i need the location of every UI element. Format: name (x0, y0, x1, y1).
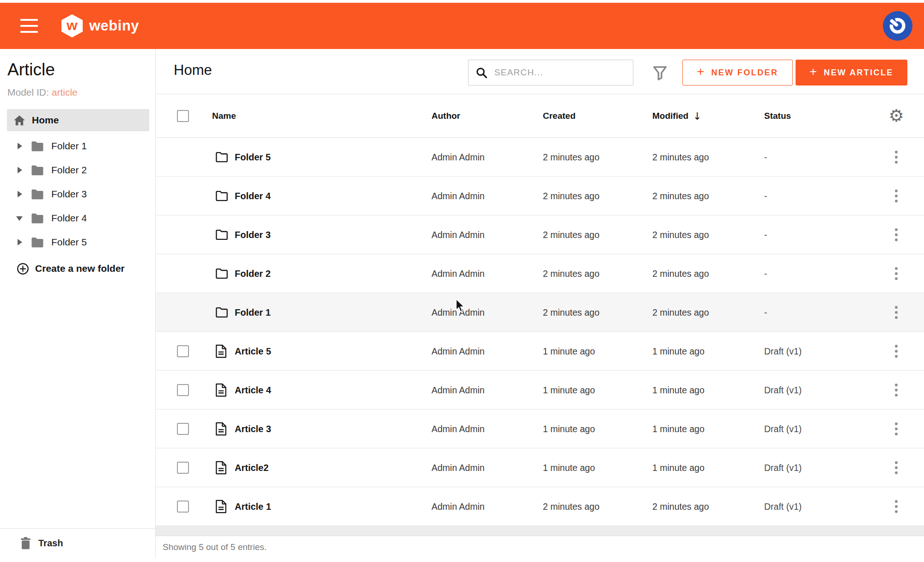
table-row-article-5[interactable]: Article 5 Admin Admin 1 minute ago 1 min… (156, 332, 924, 371)
row-name: Folder 3 (235, 229, 271, 240)
user-avatar[interactable] (883, 11, 912, 41)
row-created: 2 minutes ago (543, 152, 600, 162)
top-app-bar: w webiny (0, 3, 924, 49)
row-author: Admin Admin (432, 462, 485, 473)
row-menu-kebab-icon[interactable] (889, 264, 903, 283)
row-modified: 2 minutes ago (652, 152, 709, 162)
new-article-button[interactable]: + NEW ARTICLE (796, 60, 907, 86)
folder-icon (215, 268, 228, 279)
model-id-label: Model ID: (7, 87, 49, 98)
table-row-article-4[interactable]: Article 4 Admin Admin 1 minute ago 1 min… (156, 371, 924, 409)
sidebar-item-home[interactable]: Home (7, 109, 149, 131)
search-input[interactable] (494, 67, 629, 78)
row-created: 2 minutes ago (543, 501, 600, 512)
search-box (468, 60, 633, 86)
logo-letter: w (67, 18, 77, 32)
row-status: - (764, 268, 767, 279)
row-menu-kebab-icon[interactable] (889, 226, 903, 244)
filter-icon[interactable] (650, 63, 669, 83)
sidebar-item-folder-2[interactable]: Folder 2 (0, 158, 155, 182)
create-new-folder-label: Create a new folder (35, 263, 125, 274)
sidebar-item-label: Folder 2 (51, 165, 87, 176)
folder-icon (215, 190, 228, 202)
row-menu-kebab-icon[interactable] (889, 420, 903, 438)
row-checkbox[interactable] (177, 384, 189, 396)
table-row-article-2[interactable]: Article2 Admin Admin 1 minute ago 1 minu… (156, 448, 924, 487)
chevron-right-icon[interactable] (17, 191, 23, 197)
column-header-name[interactable]: Name (212, 111, 236, 121)
trash-button[interactable]: Trash (0, 528, 155, 557)
sidebar-item-folder-4[interactable]: Folder 4 (0, 206, 155, 230)
row-author: Admin Admin (432, 346, 485, 356)
table-row-article-3[interactable]: Article 3 Admin Admin 1 minute ago 1 min… (156, 409, 924, 448)
row-modified: 2 minutes ago (652, 307, 709, 318)
table-row-folder-1[interactable]: Folder 1 Admin Admin 2 minutes ago 2 min… (156, 293, 924, 332)
chevron-right-icon[interactable] (17, 143, 23, 149)
row-menu-kebab-icon[interactable] (889, 381, 903, 399)
column-header-modified[interactable]: Modified ↓ (652, 110, 702, 122)
row-author: Admin Admin (432, 229, 485, 240)
table-row-article-1[interactable]: Article 1 Admin Admin 2 minutes ago 2 mi… (156, 487, 924, 526)
model-title: Article (7, 60, 55, 79)
row-modified: 1 minute ago (652, 346, 705, 356)
sort-descending-icon[interactable]: ↓ (693, 110, 701, 122)
row-name: Article 1 (235, 501, 271, 512)
row-checkbox[interactable] (177, 501, 189, 513)
row-status: Draft (v1) (764, 423, 802, 434)
content-toolbar: Home + NEW FOLDER + NEW ARTICLE (156, 49, 924, 94)
table-row-folder-3[interactable]: Folder 3 Admin Admin 2 minutes ago 2 min… (156, 215, 924, 254)
row-created: 1 minute ago (543, 346, 595, 356)
row-checkbox[interactable] (177, 345, 189, 357)
table-row-folder-2[interactable]: Folder 2 Admin Admin 2 minutes ago 2 min… (156, 254, 924, 293)
table-settings-gear-icon[interactable]: ⚙ (886, 105, 907, 127)
column-header-author[interactable]: Author (432, 111, 460, 121)
row-created: 1 minute ago (543, 462, 595, 473)
row-name: Article 5 (235, 346, 271, 356)
row-menu-kebab-icon[interactable] (889, 303, 903, 322)
table-footer: Showing 5 out of 5 entries. (156, 537, 924, 557)
horizontal-scrollbar[interactable] (156, 526, 924, 536)
sidebar-item-folder-5[interactable]: Folder 5 (0, 230, 155, 254)
webiny-logo-icon[interactable]: w (61, 14, 83, 37)
row-name: Folder 2 (235, 268, 271, 279)
table-row-folder-5[interactable]: Folder 5 Admin Admin 2 minutes ago 2 min… (156, 138, 924, 177)
table-header: Name Author Created Modified ↓ Status ⚙ (156, 94, 924, 138)
row-created: 2 minutes ago (543, 190, 600, 201)
model-id: Model ID: article (7, 87, 78, 98)
row-created: 1 minute ago (543, 423, 595, 434)
row-menu-kebab-icon[interactable] (889, 187, 903, 205)
row-name: Folder 4 (235, 190, 271, 201)
new-folder-button[interactable]: + NEW FOLDER (682, 60, 793, 86)
select-all-checkbox[interactable] (177, 110, 189, 122)
row-created: 1 minute ago (543, 385, 595, 395)
chevron-right-icon[interactable] (17, 239, 23, 245)
row-menu-kebab-icon[interactable] (889, 458, 903, 477)
sidebar-item-label: Folder 3 (51, 189, 87, 200)
plus-icon: + (809, 65, 817, 79)
document-icon (215, 422, 227, 436)
menu-icon[interactable] (20, 19, 39, 33)
chevron-down-icon[interactable] (17, 215, 23, 221)
row-name: Article 3 (235, 423, 271, 434)
row-menu-kebab-icon[interactable] (889, 497, 903, 516)
row-menu-kebab-icon[interactable] (889, 148, 903, 166)
plus-circle-icon (17, 263, 29, 275)
row-status: - (764, 229, 767, 240)
row-checkbox[interactable] (177, 462, 189, 474)
row-created: 2 minutes ago (543, 268, 600, 279)
row-checkbox[interactable] (177, 423, 189, 435)
brand-name: webiny (89, 18, 139, 34)
gravatar-icon (888, 16, 907, 36)
row-menu-kebab-icon[interactable] (889, 342, 903, 360)
table-row-folder-4[interactable]: Folder 4 Admin Admin 2 minutes ago 2 min… (156, 177, 924, 215)
column-header-created[interactable]: Created (543, 111, 576, 121)
row-author: Admin Admin (432, 385, 485, 395)
sidebar-item-folder-3[interactable]: Folder 3 (0, 182, 155, 206)
new-article-label: NEW ARTICLE (824, 68, 894, 78)
create-new-folder-button[interactable]: Create a new folder (0, 258, 155, 279)
sidebar-item-folder-1[interactable]: Folder 1 (0, 134, 155, 158)
table-body: Folder 5 Admin Admin 2 minutes ago 2 min… (156, 138, 924, 526)
column-header-status[interactable]: Status (764, 111, 791, 121)
folder-icon (215, 229, 228, 240)
chevron-right-icon[interactable] (17, 167, 23, 173)
